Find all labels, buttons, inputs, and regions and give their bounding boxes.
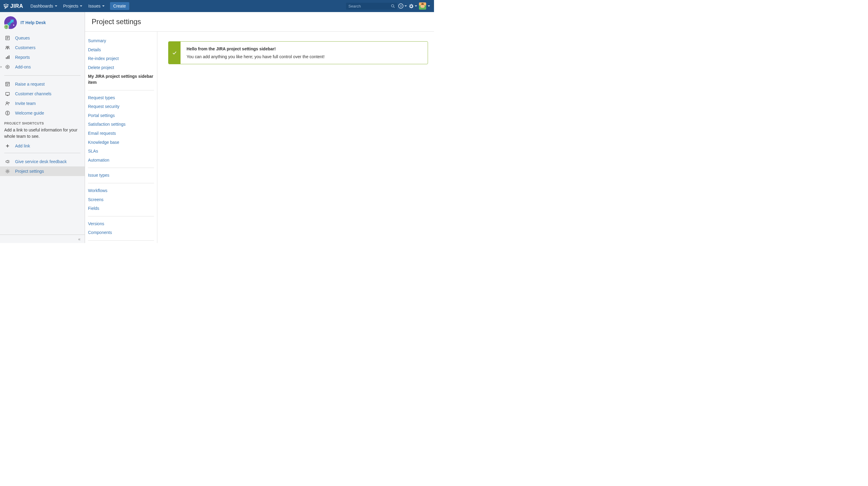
settings-link-portal[interactable]: Portal settings <box>88 111 154 120</box>
megaphone-icon <box>4 159 11 164</box>
user-menu[interactable] <box>418 0 431 12</box>
jira-logo-text: JIRA <box>10 3 23 9</box>
sidebar-item-label: Queues <box>15 36 30 40</box>
settings-link-delete[interactable]: Delete project <box>88 63 154 72</box>
sidebar-item-label: Add-ons <box>15 64 31 69</box>
main-content: Project settings Summary Details Re-inde… <box>85 12 434 243</box>
sidebar-item-label: Welcome guide <box>15 111 44 116</box>
sidebar-item-label: Customers <box>15 45 36 50</box>
svg-marker-16 <box>6 65 9 69</box>
settings-menu[interactable] <box>407 0 418 12</box>
svg-point-6 <box>410 5 412 7</box>
sidebar-item-add-link[interactable]: Add link <box>0 142 85 150</box>
compass-icon <box>4 110 11 116</box>
help-icon: ? <box>398 3 404 9</box>
settings-link-screens[interactable]: Screens <box>88 195 154 204</box>
svg-point-17 <box>7 66 8 67</box>
settings-link-details[interactable]: Details <box>88 45 154 55</box>
sidebar-item-label: Invite team <box>15 101 36 106</box>
create-button-label: Create <box>113 4 126 8</box>
nav-dashboards-label: Dashboards <box>30 4 53 8</box>
settings-link-knowledge[interactable]: Knowledge base <box>88 138 154 147</box>
create-button[interactable]: Create <box>110 2 129 10</box>
chevron-down-icon <box>404 5 407 7</box>
chevron-down-icon <box>80 5 82 7</box>
settings-link-email[interactable]: Email requests <box>88 129 154 138</box>
sidebar-item-project-settings[interactable]: Project settings <box>0 166 85 176</box>
sidebar-item-raise-request[interactable]: Raise a request <box>0 79 85 89</box>
shortcuts-heading: PROJECT SHORTCUTS <box>0 119 85 126</box>
svg-text:?: ? <box>400 4 401 8</box>
settings-link-satisfaction[interactable]: Satisfaction settings <box>88 120 154 129</box>
svg-point-1 <box>7 4 8 5</box>
svg-line-3 <box>394 7 395 7</box>
sidebar-item-queues[interactable]: Queues <box>0 33 85 43</box>
customers-icon <box>4 45 11 50</box>
sidebar-item-label: Raise a request <box>15 82 44 87</box>
settings-link-request-security[interactable]: Request security <box>88 102 154 111</box>
channels-icon <box>4 91 11 96</box>
svg-rect-18 <box>6 82 10 86</box>
sidebar-item-reports[interactable]: Reports <box>0 53 85 62</box>
sidebar-item-label: Add link <box>15 144 30 148</box>
sidebar-item-customers[interactable]: Customers <box>0 43 85 53</box>
nav-projects[interactable]: Projects <box>60 0 86 12</box>
addons-icon <box>4 64 11 70</box>
svg-rect-13 <box>6 57 7 59</box>
sidebar-item-invite-team[interactable]: Invite team <box>0 99 85 108</box>
sidebar-item-label: Give service desk feedback <box>15 159 67 164</box>
settings-link-components[interactable]: Components <box>88 228 154 237</box>
check-icon <box>168 41 181 64</box>
settings-link-summary[interactable]: Summary <box>88 36 154 45</box>
settings-link-request-types[interactable]: Request types <box>88 93 154 102</box>
settings-link-automation[interactable]: Automation <box>88 156 154 165</box>
svg-rect-22 <box>6 93 10 95</box>
settings-link-my-item[interactable]: My JIRA project settings sidebar item <box>88 72 154 87</box>
svg-point-32 <box>7 170 8 172</box>
gear-icon <box>4 169 11 174</box>
search-input[interactable] <box>348 4 391 8</box>
help-menu[interactable]: ? <box>397 0 407 12</box>
settings-link-issue-types[interactable]: Issue types <box>88 171 154 180</box>
invite-icon <box>4 101 11 106</box>
svg-point-0 <box>4 4 5 5</box>
message-title: Hello from the JIRA project settings sid… <box>187 47 422 51</box>
chevron-down-icon <box>55 5 57 7</box>
sidebar-item-addons[interactable]: Add-ons <box>0 62 85 72</box>
nav-issues[interactable]: Issues <box>85 0 107 12</box>
search-icon <box>391 4 395 8</box>
svg-point-25 <box>6 102 8 103</box>
settings-link-fields[interactable]: Fields <box>88 204 154 213</box>
top-navigation: JIRA Dashboards Projects Issues Create ? <box>0 0 434 12</box>
content-panel: Hello from the JIRA project settings sid… <box>157 32 434 243</box>
settings-link-workflows[interactable]: Workflows <box>88 186 154 195</box>
message-body: You can add anything you like here; you … <box>187 54 422 59</box>
collapse-icon: « <box>78 237 81 242</box>
project-settings-sidebar: Summary Details Re-index project Delete … <box>85 32 157 243</box>
success-message: Hello from the JIRA project settings sid… <box>168 41 428 64</box>
chevron-down-icon <box>415 5 417 7</box>
sidebar-item-label: Customer channels <box>15 91 52 96</box>
sidebar-item-feedback[interactable]: Give service desk feedback <box>0 157 85 166</box>
nav-dashboards[interactable]: Dashboards <box>27 0 60 12</box>
svg-rect-15 <box>9 56 10 59</box>
settings-link-versions[interactable]: Versions <box>88 219 154 229</box>
reports-icon <box>4 55 11 60</box>
queues-icon <box>4 35 11 41</box>
page-title: Project settings <box>85 12 434 32</box>
divider <box>4 75 81 76</box>
project-avatar-icon <box>4 16 17 29</box>
settings-link-reindex[interactable]: Re-index project <box>88 54 154 63</box>
svg-rect-14 <box>7 56 8 59</box>
jira-logo[interactable]: JIRA <box>3 3 23 9</box>
svg-point-12 <box>7 46 9 48</box>
gear-icon <box>408 3 414 9</box>
search-box[interactable] <box>346 3 397 10</box>
settings-link-slas[interactable]: SLAs <box>88 147 154 156</box>
svg-point-2 <box>392 4 394 7</box>
project-header[interactable]: IT Help Desk <box>0 12 85 32</box>
sidebar-item-label: Reports <box>15 55 30 60</box>
sidebar-item-customer-channels[interactable]: Customer channels <box>0 89 85 99</box>
collapse-sidebar-button[interactable]: « <box>0 235 85 243</box>
sidebar-item-welcome-guide[interactable]: Welcome guide <box>0 108 85 118</box>
